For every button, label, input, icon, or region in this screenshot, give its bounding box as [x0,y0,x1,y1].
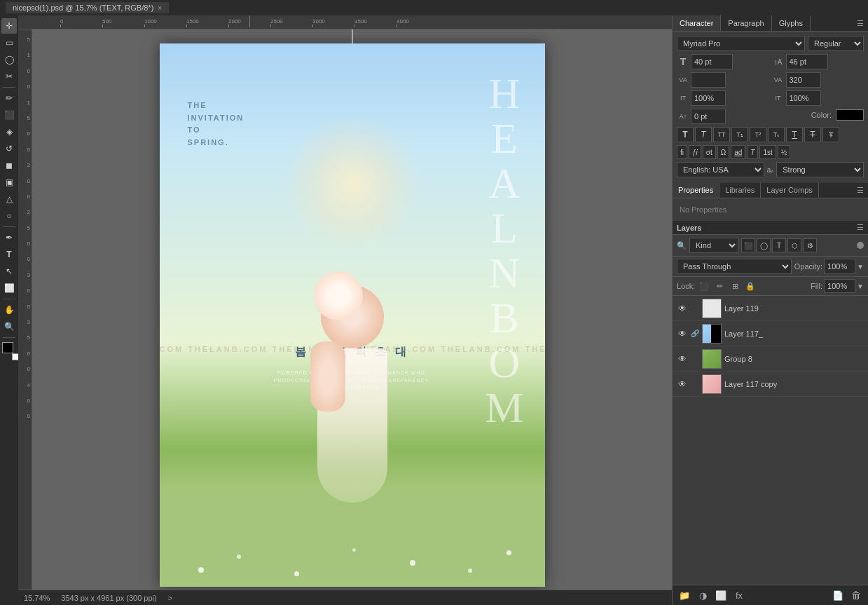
color-picker[interactable] [2,342,16,358]
filter-adjust-btn[interactable]: ◯ [757,238,771,252]
path-tool[interactable]: ↖ [1,264,17,279]
scale-v-input[interactable] [786,90,821,106]
layer-item-117[interactable]: 👁 🔗 Layer 117_ [673,321,868,346]
document-title: nicepsd(1).psd @ 15.7% (TEXT, RGB/8*) [13,4,153,12]
style-allcaps-btn[interactable]: TT [713,127,730,142]
layer-eye-117[interactable]: 👁 [677,328,688,339]
layer-eye-group8[interactable]: 👁 [677,353,688,365]
layer-item-117copy[interactable]: 👁 Layer 117 copy [673,372,868,397]
foreground-color[interactable] [2,342,13,353]
panel-menu-button[interactable]: ☰ [853,16,868,31]
font-style-select[interactable]: Regular [808,36,864,51]
layer-eye-117copy[interactable]: 👁 [677,379,688,390]
style-smallcaps-btn[interactable]: T₁ [731,127,748,142]
type-tool[interactable]: T [1,247,17,262]
document-tab[interactable]: nicepsd(1).psd @ 15.7% (TEXT, RGB/8*) × [6,2,169,13]
brush-tool[interactable]: ◈ [1,124,17,140]
style-superscript-btn[interactable]: T² [750,127,766,142]
font-size-input[interactable] [691,54,733,69]
close-tab-button[interactable]: × [158,4,162,12]
style-strikethrough-btn[interactable]: T [804,127,821,142]
ot-fi-btn[interactable]: fi [677,145,687,159]
pen-tool[interactable]: ✒ [1,230,17,245]
filter-type-btn[interactable]: T [772,238,786,252]
hand-tool[interactable]: ✋ [1,302,17,318]
tab-libraries[interactable]: Libraries [719,183,761,198]
layer-item-group8[interactable]: 👁 Group 8 [673,346,868,372]
move-tool[interactable]: ✛ [1,18,17,34]
scale-h-input[interactable] [691,90,726,106]
tab-glyphs[interactable]: Glyphs [772,15,811,31]
line-height-input[interactable] [786,54,828,69]
lock-artboard-btn[interactable]: ⊞ [729,280,741,292]
baseline-input[interactable] [691,109,726,124]
new-layer-btn[interactable]: 📄 [830,588,846,602]
ot-italic-btn[interactable]: T [747,145,758,159]
canvas-area: 0 500 1000 1500 2000 2500 3000 3500 4000… [18,15,672,605]
opacity-label: Opacity: [794,262,822,271]
gradient-tool[interactable]: ▣ [1,175,17,190]
language-select[interactable]: English: USA [677,162,764,177]
shape-tool[interactable]: ⬜ [1,280,17,296]
lock-pixels-btn[interactable]: ⬛ [698,280,710,292]
selection-tool[interactable]: ▭ [1,35,17,50]
add-mask-btn[interactable]: ⬜ [713,588,729,602]
ruler-mark-3000: 3000 [312,19,354,27]
blend-mode-select[interactable]: Pass Through [677,259,792,274]
tab-properties[interactable]: Properties [673,183,719,198]
style-bold-btn[interactable]: T [677,127,694,142]
ot-omega-btn[interactable]: Ω [717,145,729,159]
style-italic-btn[interactable]: T [695,127,712,142]
zoom-tool[interactable]: 🔍 [1,319,17,334]
layers-panel-menu-btn[interactable]: ☰ [857,223,864,232]
ot-alt-fi-btn[interactable]: ƒi [689,145,701,159]
filter-pixel-btn[interactable]: ⬛ [741,238,755,252]
ot-ordinal-btn[interactable]: 1st [759,145,776,159]
scale-v-icon: IT [772,95,785,102]
style-underline-btn[interactable]: T [786,127,803,142]
sub-panel-menu-btn[interactable]: ☰ [853,183,868,198]
kerning-input[interactable] [691,72,726,88]
layer-filter-select[interactable]: Kind [689,238,738,253]
eyedropper-tool[interactable]: ✏ [1,90,17,106]
ot-sigma-btn[interactable]: σt [703,145,716,159]
tab-paragraph[interactable]: Paragraph [721,15,771,31]
filter-toggle[interactable] [857,242,864,249]
tab-layer-comps[interactable]: Layer Comps [761,183,818,198]
lock-position-btn[interactable]: ✏ [713,280,726,292]
nav-arrow[interactable]: > [168,594,172,602]
canvas-viewport[interactable]: H E A L N B O M THE INVITATION TO [32,29,672,590]
layer-item-119[interactable]: 👁 Layer 119 [673,296,868,321]
filter-smart-btn[interactable]: ⚙ [803,238,817,252]
font-family-select[interactable]: Myriad Pro [677,36,805,51]
tab-character[interactable]: Character [673,15,721,31]
style-subscript-btn[interactable]: Tₛ [768,127,785,142]
ot-ad-btn[interactable]: ad [731,145,745,159]
dodge-tool[interactable]: ○ [1,208,17,224]
ruler-top: 0 500 1000 1500 2000 2500 3000 3500 4000 [18,15,672,29]
filter-shape-btn[interactable]: ⬡ [787,238,801,252]
lock-all-btn[interactable]: 🔒 [744,280,757,292]
add-style-btn[interactable]: fx [731,588,747,602]
fill-input[interactable] [824,279,855,293]
style-warp-btn[interactable]: T̴ [822,127,839,142]
crop-tool[interactable]: ✂ [1,69,17,84]
ruler-mark-500: 500 [102,19,144,27]
color-swatch[interactable] [836,109,864,121]
blur-tool[interactable]: △ [1,191,17,207]
layer-thumb-119 [702,299,722,318]
eraser-tool[interactable]: ◼ [1,158,17,173]
ot-fraction-btn[interactable]: ½ [778,145,790,159]
clone-tool[interactable]: ↺ [1,141,17,156]
add-adjustment-btn[interactable]: ◑ [695,588,710,602]
layer-eye-119[interactable]: 👁 [677,303,688,314]
lasso-tool[interactable]: ◯ [1,52,17,67]
add-group-btn[interactable]: 📁 [677,588,692,602]
opacity-arrow: ▼ [857,263,864,271]
tracking-input[interactable] [786,72,821,88]
document-canvas[interactable]: H E A L N B O M THE INVITATION TO [160,43,545,587]
opacity-input[interactable] [824,259,855,274]
healing-tool[interactable]: ⬛ [1,107,17,123]
antialias-select[interactable]: Strong [776,162,864,177]
delete-layer-btn[interactable]: 🗑 [848,588,864,602]
